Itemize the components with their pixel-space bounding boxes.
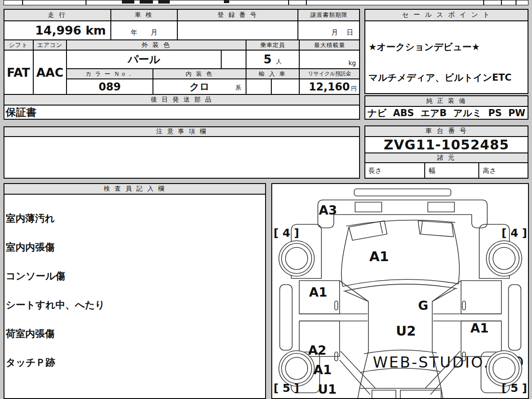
car-top-view: WEB-STUDIO.PRO: [272, 184, 528, 399]
registration-value: [177, 21, 298, 40]
transfer-deadline-header: 譲渡書類期限: [298, 9, 360, 21]
import-car-cell-a: [246, 79, 271, 94]
dimension-height: 高さ: [479, 163, 528, 179]
hood-edge: [346, 220, 455, 226]
rear-bumper-detail: [400, 390, 441, 399]
hood-side-right: [453, 223, 459, 285]
shift-value: FAT: [4, 50, 33, 94]
chassis-number-value: ZVG11-1052485: [364, 137, 528, 153]
sales-point-body: ★オークションデビュー★ マルチメディア、ビルトインETC バックガイドモニター: [364, 21, 528, 94]
inspector-line: シートすれ中、へたり: [6, 299, 264, 311]
exterior-color-extra-cell: [221, 50, 246, 69]
interior-color-header: 内 装 色: [153, 69, 246, 79]
capacity-unit: 人: [276, 58, 282, 66]
inspector-header: 検 査 員 記 入 欄: [4, 183, 266, 194]
car-damage-diagram: WEB-STUDIO.PRO: [271, 183, 529, 399]
inspector-line: タッチＰ跡: [6, 356, 264, 368]
shaken-header: 車 検: [111, 9, 177, 21]
headlight-left: [349, 221, 387, 240]
damage-label-rear-door-right-a1: A1: [470, 321, 489, 336]
aircon-value: AAC: [33, 50, 66, 94]
dimension-width: 幅: [425, 163, 479, 179]
tire-grade-front-left: [ 4 ]: [274, 227, 299, 239]
later-parts-value: 保証書: [4, 105, 360, 120]
door-handle: [335, 301, 338, 310]
inspector-line: 室内内張傷: [6, 241, 264, 253]
exterior-color-header: 外 装 色: [66, 40, 246, 50]
rear-gate-left: [360, 351, 368, 388]
sales-point-header: セ ー ル ス ポ イ ン ト: [364, 9, 528, 21]
capacity-header: 乗車定員: [246, 40, 299, 50]
hood-side-left: [341, 227, 349, 286]
damage-label-front-door-left-a1: A1: [309, 285, 327, 300]
headlight-detail: [421, 221, 422, 234]
recycle-amount: 12,160: [309, 81, 350, 93]
max-load-value: kg: [299, 50, 360, 69]
chassis-number-header: 車 台 番 号: [364, 125, 528, 137]
wheel-front-left: [279, 241, 314, 276]
front-grille-slot: [428, 202, 454, 212]
inspector-body: 室内薄汚れ 室内内張傷 コンソール傷 シートすれ中、へたり 荷室内張傷 タッチＰ…: [4, 194, 266, 399]
capacity-number: 5: [263, 53, 271, 66]
damage-label-a3: A3: [319, 203, 337, 218]
recycle-deposit-value: 12,160 円: [299, 79, 360, 94]
door-handle: [462, 301, 466, 310]
recycle-deposit-header: リサイクル預託金: [299, 69, 360, 79]
equipment-value: ナビ ABS エアB アルミ PS PW: [364, 106, 528, 120]
cowl-line: [343, 279, 458, 286]
aircon-header: エアコン: [33, 40, 66, 50]
cropped-top-row: [4, 0, 528, 5]
damage-label-g: G: [418, 298, 428, 313]
damage-label-u1: U1: [318, 382, 336, 397]
dimension-length: 長さ: [364, 163, 425, 179]
tire-grade-rear-right: [ 5 ]: [501, 382, 527, 395]
tire-grade-rear-left: [ 5 ]: [274, 382, 299, 395]
interior-color-value: クロ 系: [153, 79, 246, 94]
color-no-value: 089: [66, 79, 153, 94]
sales-point-line: ★オークションデビュー★: [368, 40, 524, 54]
inspector-line: 室内薄汚れ: [6, 212, 264, 224]
interior-color-text: クロ: [189, 80, 209, 94]
max-load-header: 最大積載量: [299, 40, 360, 50]
color-no-header: カ ラ ー Ｎｏ．: [66, 69, 153, 79]
a-pillar-right: [432, 289, 455, 301]
exterior-color-value: パール: [66, 50, 221, 69]
front-bumper: [318, 200, 487, 228]
damage-label-rear-door-left-a2: A2: [308, 343, 326, 358]
later-parts-header: 後 日 発 送 部 品: [4, 94, 360, 105]
front-bumper-strip: [354, 189, 451, 196]
sales-point-line: マルチメディア、ビルトインETC: [368, 71, 524, 85]
recycle-unit: 円: [351, 85, 357, 93]
headlight-detail: [380, 222, 383, 234]
headlight-right: [418, 221, 454, 237]
windshield-base: [344, 284, 457, 291]
front-door-right: [461, 281, 501, 314]
capacity-value: 5 人: [246, 50, 299, 69]
inspector-line: 荷室内張傷: [6, 328, 264, 340]
damage-label-hood-a1: A1: [369, 249, 389, 264]
import-car-header: 輸 入 車: [246, 69, 299, 79]
cropped-text-fragment: [122, 0, 134, 4]
cropped-text-fragment: [158, 0, 170, 4]
notes-header: 注 意 事 項 欄: [4, 126, 360, 137]
cropped-text-fragment: [224, 0, 229, 3]
mileage-value: 14,996 km: [4, 21, 111, 40]
rear-bumper-side: [358, 388, 360, 399]
equipment-header: 純 正 装 備: [364, 95, 528, 106]
registration-header: 登 録 番 号: [177, 9, 298, 21]
side-sill-left: [280, 285, 292, 350]
rear-bumper-detail: [372, 390, 396, 399]
shaken-value: 年 月: [111, 21, 177, 40]
shift-header: シフト: [4, 40, 33, 50]
body-seam: [432, 281, 461, 301]
inspector-line: コンソール傷: [6, 270, 264, 282]
damage-label-roof-u2: U2: [396, 323, 416, 339]
front-grille-slot: [355, 202, 382, 212]
wheel-front-right: [486, 241, 522, 276]
c-pillar-left: [340, 360, 370, 395]
import-car-cell-b: [271, 79, 299, 94]
spec-header: 諸 元: [364, 153, 528, 163]
transfer-deadline-value: 月 日: [298, 21, 360, 40]
wheel-rear-right: [486, 351, 522, 386]
tire-grade-front-right: [ 4 ]: [501, 227, 527, 239]
